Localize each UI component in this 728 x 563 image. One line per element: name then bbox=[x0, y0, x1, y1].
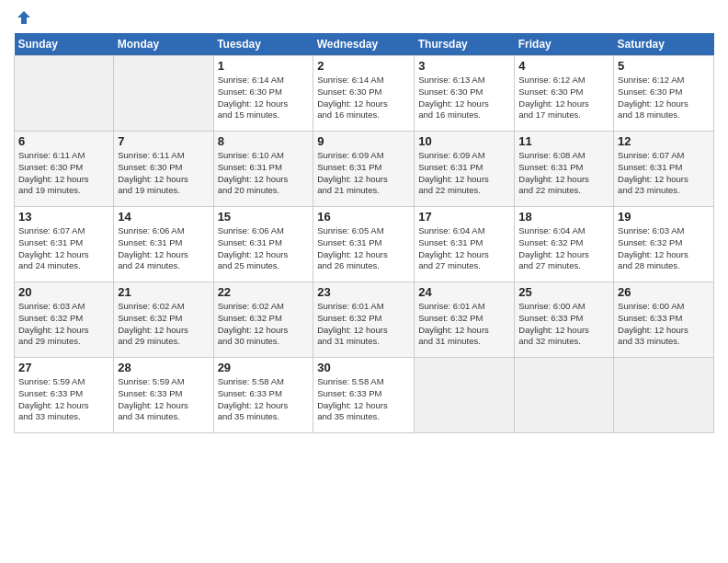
calendar-cell: 21Sunrise: 6:02 AM Sunset: 6:32 PM Dayli… bbox=[114, 282, 213, 358]
calendar-cell: 25Sunrise: 6:00 AM Sunset: 6:33 PM Dayli… bbox=[515, 282, 614, 358]
calendar-cell: 22Sunrise: 6:02 AM Sunset: 6:32 PM Dayli… bbox=[213, 282, 313, 358]
week-row-3: 20Sunrise: 6:03 AM Sunset: 6:32 PM Dayli… bbox=[15, 282, 714, 358]
day-info: Sunrise: 6:11 AM Sunset: 6:30 PM Dayligh… bbox=[18, 150, 109, 197]
day-number: 20 bbox=[18, 285, 109, 299]
calendar-cell: 5Sunrise: 6:12 AM Sunset: 6:30 PM Daylig… bbox=[614, 56, 714, 132]
day-number: 24 bbox=[418, 285, 510, 299]
calendar: SundayMondayTuesdayWednesdayThursdayFrid… bbox=[14, 33, 714, 433]
day-number: 19 bbox=[618, 210, 710, 224]
svg-marker-0 bbox=[17, 11, 30, 24]
calendar-cell bbox=[114, 56, 213, 132]
calendar-cell: 17Sunrise: 6:04 AM Sunset: 6:31 PM Dayli… bbox=[415, 207, 515, 282]
day-info: Sunrise: 6:02 AM Sunset: 6:32 PM Dayligh… bbox=[218, 301, 310, 348]
day-info: Sunrise: 6:09 AM Sunset: 6:31 PM Dayligh… bbox=[317, 150, 410, 197]
day-info: Sunrise: 6:06 AM Sunset: 6:31 PM Dayligh… bbox=[118, 225, 209, 272]
calendar-cell: 7Sunrise: 6:11 AM Sunset: 6:30 PM Daylig… bbox=[114, 132, 213, 207]
calendar-cell: 2Sunrise: 6:14 AM Sunset: 6:30 PM Daylig… bbox=[313, 56, 415, 132]
weekday-saturday: Saturday bbox=[614, 33, 714, 56]
calendar-cell bbox=[415, 358, 515, 433]
day-info: Sunrise: 6:07 AM Sunset: 6:31 PM Dayligh… bbox=[618, 150, 710, 197]
day-number: 9 bbox=[317, 134, 410, 148]
day-number: 27 bbox=[18, 361, 109, 374]
day-info: Sunrise: 5:58 AM Sunset: 6:33 PM Dayligh… bbox=[317, 376, 410, 423]
day-number: 18 bbox=[518, 210, 609, 224]
day-info: Sunrise: 6:12 AM Sunset: 6:30 PM Dayligh… bbox=[518, 75, 609, 121]
weekday-monday: Monday bbox=[114, 33, 213, 56]
weekday-tuesday: Tuesday bbox=[213, 33, 313, 56]
day-info: Sunrise: 6:07 AM Sunset: 6:31 PM Dayligh… bbox=[18, 225, 109, 272]
day-info: Sunrise: 6:10 AM Sunset: 6:31 PM Dayligh… bbox=[218, 150, 310, 197]
day-info: Sunrise: 6:11 AM Sunset: 6:30 PM Dayligh… bbox=[118, 150, 209, 197]
calendar-cell: 16Sunrise: 6:05 AM Sunset: 6:31 PM Dayli… bbox=[313, 207, 415, 282]
calendar-cell: 19Sunrise: 6:03 AM Sunset: 6:32 PM Dayli… bbox=[614, 207, 714, 282]
calendar-cell bbox=[515, 358, 614, 433]
day-info: Sunrise: 6:03 AM Sunset: 6:32 PM Dayligh… bbox=[618, 225, 710, 272]
day-number: 26 bbox=[618, 285, 710, 299]
day-number: 15 bbox=[218, 210, 310, 224]
calendar-cell: 23Sunrise: 6:01 AM Sunset: 6:32 PM Dayli… bbox=[313, 282, 415, 358]
day-info: Sunrise: 6:00 AM Sunset: 6:33 PM Dayligh… bbox=[518, 301, 609, 348]
weekday-sunday: Sunday bbox=[15, 33, 114, 56]
day-info: Sunrise: 6:03 AM Sunset: 6:32 PM Dayligh… bbox=[18, 301, 109, 348]
day-number: 4 bbox=[518, 59, 609, 73]
day-info: Sunrise: 5:58 AM Sunset: 6:33 PM Dayligh… bbox=[218, 376, 310, 423]
calendar-cell: 11Sunrise: 6:08 AM Sunset: 6:31 PM Dayli… bbox=[515, 132, 614, 207]
calendar-cell: 4Sunrise: 6:12 AM Sunset: 6:30 PM Daylig… bbox=[515, 56, 614, 132]
calendar-cell: 15Sunrise: 6:06 AM Sunset: 6:31 PM Dayli… bbox=[213, 207, 313, 282]
day-info: Sunrise: 6:09 AM Sunset: 6:31 PM Dayligh… bbox=[418, 150, 510, 197]
week-row-4: 27Sunrise: 5:59 AM Sunset: 6:33 PM Dayli… bbox=[15, 358, 714, 433]
week-row-1: 6Sunrise: 6:11 AM Sunset: 6:30 PM Daylig… bbox=[15, 132, 714, 207]
day-info: Sunrise: 6:13 AM Sunset: 6:30 PM Dayligh… bbox=[418, 75, 510, 121]
day-number: 21 bbox=[118, 285, 209, 299]
day-info: Sunrise: 5:59 AM Sunset: 6:33 PM Dayligh… bbox=[18, 376, 109, 423]
day-number: 8 bbox=[218, 134, 310, 148]
day-number: 13 bbox=[18, 210, 109, 224]
calendar-cell: 14Sunrise: 6:06 AM Sunset: 6:31 PM Dayli… bbox=[114, 207, 213, 282]
calendar-cell: 8Sunrise: 6:10 AM Sunset: 6:31 PM Daylig… bbox=[213, 132, 313, 207]
day-info: Sunrise: 5:59 AM Sunset: 6:33 PM Dayligh… bbox=[118, 376, 209, 423]
day-number: 28 bbox=[118, 361, 209, 374]
day-info: Sunrise: 6:02 AM Sunset: 6:32 PM Dayligh… bbox=[118, 301, 209, 348]
header bbox=[14, 9, 714, 26]
day-info: Sunrise: 6:08 AM Sunset: 6:31 PM Dayligh… bbox=[518, 150, 609, 197]
day-number: 30 bbox=[317, 361, 410, 374]
calendar-cell: 1Sunrise: 6:14 AM Sunset: 6:30 PM Daylig… bbox=[213, 56, 313, 132]
day-info: Sunrise: 6:01 AM Sunset: 6:32 PM Dayligh… bbox=[317, 301, 410, 348]
day-number: 17 bbox=[418, 210, 510, 224]
calendar-cell: 24Sunrise: 6:01 AM Sunset: 6:32 PM Dayli… bbox=[415, 282, 515, 358]
calendar-cell: 3Sunrise: 6:13 AM Sunset: 6:30 PM Daylig… bbox=[415, 56, 515, 132]
weekday-wednesday: Wednesday bbox=[313, 33, 415, 56]
calendar-cell: 13Sunrise: 6:07 AM Sunset: 6:31 PM Dayli… bbox=[15, 207, 114, 282]
day-info: Sunrise: 6:01 AM Sunset: 6:32 PM Dayligh… bbox=[418, 301, 510, 348]
calendar-cell bbox=[15, 56, 114, 132]
calendar-cell: 10Sunrise: 6:09 AM Sunset: 6:31 PM Dayli… bbox=[415, 132, 515, 207]
calendar-cell: 27Sunrise: 5:59 AM Sunset: 6:33 PM Dayli… bbox=[15, 358, 114, 433]
day-number: 14 bbox=[118, 210, 209, 224]
day-number: 7 bbox=[118, 134, 209, 148]
day-number: 22 bbox=[218, 285, 310, 299]
week-row-0: 1Sunrise: 6:14 AM Sunset: 6:30 PM Daylig… bbox=[15, 56, 714, 132]
calendar-cell: 20Sunrise: 6:03 AM Sunset: 6:32 PM Dayli… bbox=[15, 282, 114, 358]
day-number: 2 bbox=[317, 59, 410, 73]
week-row-2: 13Sunrise: 6:07 AM Sunset: 6:31 PM Dayli… bbox=[15, 207, 714, 282]
day-number: 10 bbox=[418, 134, 510, 148]
calendar-cell: 30Sunrise: 5:58 AM Sunset: 6:33 PM Dayli… bbox=[313, 358, 415, 433]
weekday-friday: Friday bbox=[515, 33, 614, 56]
page: SundayMondayTuesdayWednesdayThursdayFrid… bbox=[0, 0, 728, 563]
day-number: 16 bbox=[317, 210, 410, 224]
day-number: 12 bbox=[618, 134, 710, 148]
logo-icon bbox=[16, 9, 32, 26]
day-number: 6 bbox=[18, 134, 109, 148]
day-info: Sunrise: 6:00 AM Sunset: 6:33 PM Dayligh… bbox=[618, 301, 710, 348]
weekday-thursday: Thursday bbox=[415, 33, 515, 56]
day-number: 23 bbox=[317, 285, 410, 299]
day-info: Sunrise: 6:14 AM Sunset: 6:30 PM Dayligh… bbox=[317, 75, 410, 121]
calendar-cell: 28Sunrise: 5:59 AM Sunset: 6:33 PM Dayli… bbox=[114, 358, 213, 433]
logo bbox=[14, 9, 32, 26]
day-info: Sunrise: 6:05 AM Sunset: 6:31 PM Dayligh… bbox=[317, 225, 410, 272]
calendar-cell bbox=[614, 358, 714, 433]
calendar-cell: 18Sunrise: 6:04 AM Sunset: 6:32 PM Dayli… bbox=[515, 207, 614, 282]
day-number: 1 bbox=[218, 59, 310, 73]
day-number: 3 bbox=[418, 59, 510, 73]
day-info: Sunrise: 6:04 AM Sunset: 6:31 PM Dayligh… bbox=[418, 225, 510, 272]
